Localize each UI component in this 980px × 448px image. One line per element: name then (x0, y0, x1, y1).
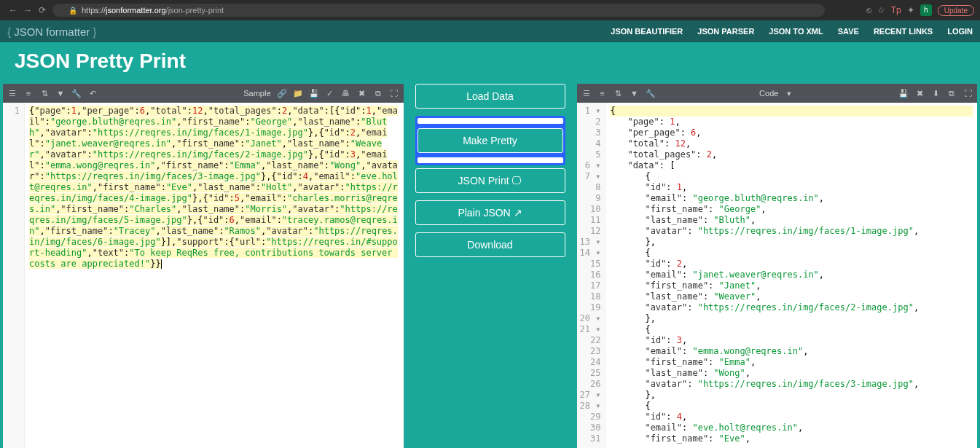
lock-icon: 🔒 (68, 7, 77, 15)
output-code-area[interactable]: {"page": 1,"per_page": 6,"total": 12,"to… (605, 103, 977, 448)
forward-icon[interactable]: → (20, 5, 35, 15)
save-out-icon[interactable]: 💾 (898, 89, 909, 98)
sample-button[interactable]: Sample (243, 89, 270, 98)
load-data-button[interactable]: Load Data (415, 84, 565, 109)
action-column: Load Data Make Pretty JSON Print 🖵 Plain… (407, 84, 574, 448)
plain-json-button[interactable]: Plain JSON ↗ (415, 200, 565, 225)
input-gutter: 1 (3, 103, 25, 448)
main-area: ☰ ≡ ⇅ ▼ 🔧 ↶ Sample 🔗 📁 💾 ✓ 🖶 ✖ ⧉ ⛶ 1 {"p… (0, 84, 980, 448)
filter-icon[interactable]: ▼ (55, 89, 66, 98)
check-icon[interactable]: ✓ (325, 89, 335, 98)
share-icon[interactable]: ⎋ (866, 5, 871, 15)
format-icon[interactable]: ☰ (581, 89, 592, 98)
chevron-down-icon[interactable]: ▾ (784, 89, 794, 98)
repair-icon[interactable]: 🔧 (646, 89, 656, 98)
input-toolbar: ☰ ≡ ⇅ ▼ 🔧 ↶ Sample 🔗 📁 💾 ✓ 🖶 ✖ ⧉ ⛶ (3, 84, 404, 103)
extension-area: ⎋ ☆ Tp ✦ h Update (866, 4, 974, 16)
ext-user-icon[interactable]: h (920, 4, 932, 16)
nav-beautifier[interactable]: JSON BEAUTIFIER (611, 27, 683, 36)
filter-icon[interactable]: ▼ (630, 89, 640, 98)
puzzle-icon[interactable]: ✦ (907, 5, 914, 15)
nav-parser[interactable]: JSON PARSER (697, 27, 754, 36)
compact-icon[interactable]: ≡ (597, 89, 608, 98)
save-disk-icon[interactable]: 💾 (309, 89, 319, 98)
nav-save[interactable]: SAVE (838, 27, 859, 36)
reload-icon[interactable]: ⟳ (35, 5, 50, 15)
mode-select[interactable]: Code (759, 89, 778, 98)
download-out-icon[interactable]: ⬇ (930, 89, 941, 98)
make-pretty-button[interactable]: Make Pretty (418, 128, 563, 153)
site-header: JSON formatter JSON BEAUTIFIER JSON PARS… (0, 20, 980, 42)
nav-links: JSON BEAUTIFIER JSON PARSER JSON TO XML … (611, 27, 973, 36)
page-title-bar: JSON Pretty Print (0, 42, 980, 84)
site-logo[interactable]: JSON formatter (7, 25, 97, 38)
bookmark-icon[interactable]: ☆ (877, 5, 885, 15)
output-editor: ☰ ≡ ⇅ ▼ 🔧 Code ▾ 💾 ✖ ⬇ ⧉ ⛶ 1 ▾23456 ▾7 ▾… (577, 84, 978, 448)
nav-toxml[interactable]: JSON TO XML (769, 27, 823, 36)
folder-icon[interactable]: 📁 (293, 89, 303, 98)
copy-icon[interactable]: ⧉ (373, 89, 383, 98)
browser-address-bar: ← → ⟳ 🔒https://jsonformatter.org/json-pr… (0, 0, 980, 20)
compact-icon[interactable]: ≡ (23, 89, 34, 98)
url-field[interactable]: 🔒https://jsonformatter.org/json-pretty-p… (52, 4, 825, 17)
print-icon[interactable]: 🖶 (341, 89, 351, 98)
clear-out-icon[interactable]: ✖ (914, 89, 925, 98)
update-button[interactable]: Update (938, 5, 974, 16)
copy-out-icon[interactable]: ⧉ (946, 89, 957, 98)
page-title: JSON Pretty Print (15, 50, 965, 73)
format-icon[interactable]: ☰ (7, 89, 17, 98)
input-code-area[interactable]: {"page":1,"per_page":6,"total":12,"total… (25, 103, 404, 448)
undo-icon[interactable]: ↶ (87, 89, 98, 98)
nav-recent[interactable]: RECENT LINKS (874, 27, 933, 36)
json-print-button[interactable]: JSON Print 🖵 (415, 168, 565, 193)
input-editor: ☰ ≡ ⇅ ▼ 🔧 ↶ Sample 🔗 📁 💾 ✓ 🖶 ✖ ⧉ ⛶ 1 {"p… (3, 84, 404, 448)
repair-icon[interactable]: 🔧 (71, 89, 82, 98)
output-toolbar: ☰ ≡ ⇅ ▼ 🔧 Code ▾ 💾 ✖ ⬇ ⧉ ⛶ (577, 84, 978, 103)
ext-pin-icon[interactable]: Tp (891, 5, 901, 15)
nav-login[interactable]: LOGIN (947, 27, 973, 36)
link-icon[interactable]: 🔗 (277, 89, 287, 98)
sort-icon[interactable]: ⇅ (614, 89, 624, 98)
sort-icon[interactable]: ⇅ (39, 89, 50, 98)
clear-icon[interactable]: ✖ (357, 89, 367, 98)
back-icon[interactable]: ← (6, 5, 20, 15)
fullscreen-out-icon[interactable]: ⛶ (963, 89, 973, 98)
fullscreen-icon[interactable]: ⛶ (389, 89, 399, 98)
download-button[interactable]: Download (415, 232, 565, 257)
output-gutter: 1 ▾23456 ▾7 ▾8910111213 ▾14 ▾15161718192… (577, 103, 606, 448)
